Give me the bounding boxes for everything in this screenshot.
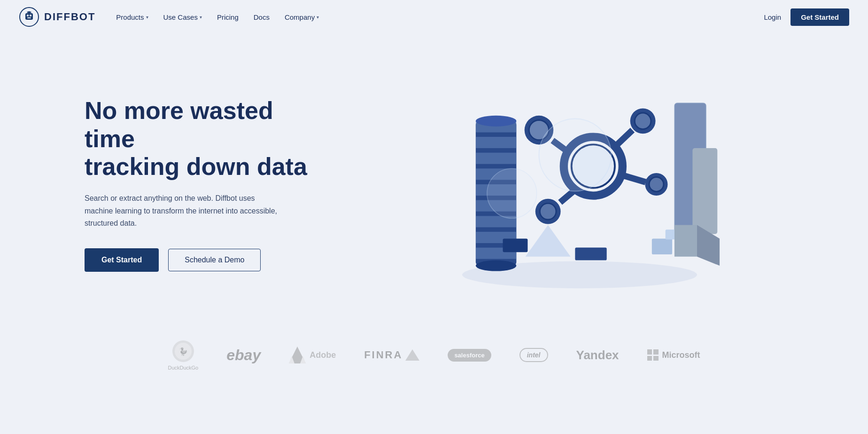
get-started-hero-button[interactable]: Get Started bbox=[85, 248, 159, 272]
svg-marker-40 bbox=[526, 225, 571, 257]
svg-point-8 bbox=[30, 12, 31, 13]
nav-company[interactable]: Company ▾ bbox=[278, 9, 326, 25]
logo-intel: intel bbox=[519, 348, 548, 362]
duckduckgo-icon: 🦆 bbox=[171, 339, 195, 363]
ebay-text: ebay bbox=[226, 347, 261, 364]
intel-badge: intel bbox=[519, 348, 548, 362]
salesforce-badge: salesforce bbox=[448, 349, 491, 362]
svg-point-31 bbox=[649, 177, 664, 192]
chevron-down-icon: ▾ bbox=[317, 15, 319, 20]
nav-docs[interactable]: Docs bbox=[247, 9, 276, 25]
logo-microsoft: Microsoft bbox=[647, 349, 700, 361]
svg-line-32 bbox=[622, 175, 645, 182]
microsoft-grid-icon bbox=[647, 349, 659, 361]
svg-rect-3 bbox=[27, 15, 29, 16]
svg-point-21 bbox=[476, 260, 517, 271]
finra-wrapper: FINRA bbox=[364, 349, 419, 361]
svg-point-28 bbox=[635, 113, 651, 129]
logo-text: DIFFBOT bbox=[44, 11, 95, 23]
svg-marker-45 bbox=[674, 225, 697, 257]
microsoft-wrapper: Microsoft bbox=[647, 349, 700, 361]
hero-buttons: Get Started Schedule a Demo bbox=[85, 248, 329, 272]
hero-subtitle: Search or extract anything on the web. D… bbox=[85, 192, 282, 229]
diffbot-logo-icon bbox=[19, 7, 39, 27]
logo[interactable]: DIFFBOT bbox=[19, 7, 95, 27]
logo-ebay: ebay bbox=[226, 347, 261, 364]
svg-point-20 bbox=[476, 116, 517, 126]
adobe-label: Adobe bbox=[310, 350, 336, 360]
svg-marker-54 bbox=[405, 349, 419, 361]
hero-content: No more wasted time tracking down data S… bbox=[85, 97, 329, 272]
logo-salesforce: salesforce bbox=[448, 349, 491, 362]
svg-rect-13 bbox=[476, 153, 517, 164]
login-link[interactable]: Login bbox=[764, 13, 781, 21]
svg-rect-39 bbox=[503, 238, 528, 252]
nav-products[interactable]: Products ▾ bbox=[109, 9, 155, 25]
svg-text:🦆: 🦆 bbox=[178, 347, 188, 356]
nav-use-cases[interactable]: Use Cases ▾ bbox=[157, 9, 209, 25]
schedule-demo-button[interactable]: Schedule a Demo bbox=[168, 249, 261, 271]
svg-point-47 bbox=[487, 168, 537, 218]
svg-line-29 bbox=[616, 130, 633, 146]
svg-point-34 bbox=[540, 203, 556, 220]
hero-section: No more wasted time tracking down data S… bbox=[0, 34, 868, 325]
svg-rect-6 bbox=[28, 11, 30, 13]
svg-rect-5 bbox=[27, 17, 31, 18]
hero-3d-graphic bbox=[348, 67, 812, 302]
logo-finra: FINRA bbox=[364, 349, 419, 361]
chevron-down-icon: ▾ bbox=[146, 15, 148, 20]
nav-pricing[interactable]: Pricing bbox=[210, 9, 245, 25]
logo-adobe: Adobe bbox=[289, 347, 336, 363]
navbar: DIFFBOT Products ▾ Use Cases ▾ Pricing D… bbox=[0, 0, 868, 34]
finra-icon bbox=[405, 349, 419, 361]
logos-section: 🦆 DuckDuckGo ebay Adobe FINRA salesforce bbox=[0, 325, 868, 389]
get-started-nav-button[interactable]: Get Started bbox=[790, 8, 849, 26]
duckduckgo-label: DuckDuckGo bbox=[168, 365, 198, 371]
hero-title: No more wasted time tracking down data bbox=[85, 97, 329, 181]
svg-rect-42 bbox=[652, 238, 672, 254]
svg-rect-4 bbox=[30, 15, 31, 16]
adobe-wrapper: Adobe bbox=[289, 347, 336, 363]
logo-yandex: Yandex bbox=[576, 348, 619, 363]
finra-text: FINRA bbox=[364, 349, 403, 361]
svg-rect-41 bbox=[575, 248, 606, 260]
svg-point-7 bbox=[27, 12, 29, 13]
svg-rect-38 bbox=[692, 148, 717, 234]
logo-duckduckgo: 🦆 DuckDuckGo bbox=[168, 339, 198, 371]
nav-right: Login Get Started bbox=[764, 8, 849, 26]
svg-rect-2 bbox=[25, 13, 33, 20]
chevron-down-icon: ▾ bbox=[200, 15, 202, 20]
hero-illustration bbox=[348, 67, 812, 302]
nav-links: Products ▾ Use Cases ▾ Pricing Docs Comp… bbox=[109, 9, 764, 25]
microsoft-text: Microsoft bbox=[662, 350, 700, 360]
adobe-icon bbox=[289, 347, 306, 363]
svg-point-46 bbox=[539, 119, 611, 191]
yandex-text: Yandex bbox=[576, 348, 619, 363]
svg-rect-12 bbox=[476, 137, 517, 148]
